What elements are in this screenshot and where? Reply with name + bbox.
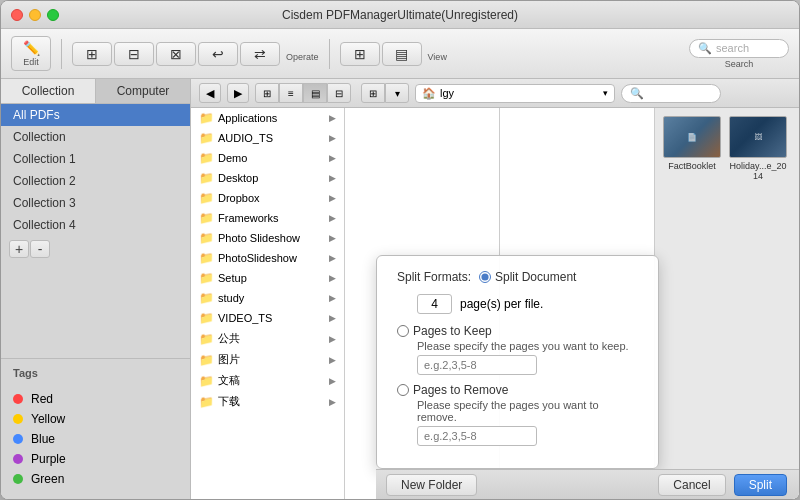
pages-to-remove-section: Pages to Remove Please specify the pages…: [397, 383, 638, 446]
split-dialog: Split Formats: Split Document page(s) pe…: [376, 255, 659, 469]
file-item[interactable]: 📁Desktop▶: [191, 168, 344, 188]
file-item[interactable]: 📁文稿▶: [191, 370, 344, 391]
file-item[interactable]: 📁Frameworks▶: [191, 208, 344, 228]
tag-yellow[interactable]: Yellow: [1, 409, 190, 429]
folder-icon: 📁: [199, 251, 214, 265]
file-item[interactable]: 📁图片▶: [191, 349, 344, 370]
tag-green[interactable]: Green: [1, 469, 190, 489]
path-dropdown-icon[interactable]: ▾: [603, 88, 608, 98]
sidebar-item-collection[interactable]: Collection: [1, 126, 190, 148]
split-button[interactable]: Split: [734, 474, 787, 496]
file-item[interactable]: 📁PhotoSlideshow▶: [191, 248, 344, 268]
thumbnail-fact[interactable]: 📄 FactBooklet: [663, 116, 721, 181]
sort-buttons: ⊞ ▾: [361, 83, 409, 103]
tab-computer[interactable]: Computer: [96, 79, 190, 103]
sort-desc-button[interactable]: ▾: [385, 83, 409, 103]
expand-arrow-icon: ▶: [329, 133, 336, 143]
file-nav: ◀ ▶ ⊞ ≡ ▤ ⊟ ⊞ ▾ 🏠 lgy ▾ 🔍: [191, 79, 799, 108]
operate-btn-3[interactable]: ⊠: [156, 42, 196, 66]
edit-icon: ✏️: [23, 40, 40, 56]
pages-to-keep-radio-label[interactable]: Pages to Keep: [397, 324, 638, 338]
sidebar-item-collection-4[interactable]: Collection 4: [1, 214, 190, 236]
forward-button[interactable]: ▶: [227, 83, 249, 103]
close-button[interactable]: [11, 9, 23, 21]
toolbar-separator-1: [61, 39, 62, 69]
tag-red[interactable]: Red: [1, 389, 190, 409]
folder-icon: 📁: [199, 151, 214, 165]
view-btn-grid[interactable]: ⊞: [340, 42, 380, 66]
pages-to-keep-input[interactable]: [417, 355, 537, 375]
tags-header: Tags: [1, 363, 190, 383]
operate-btn-1[interactable]: ⊞: [72, 42, 112, 66]
pages-to-remove-radio-label[interactable]: Pages to Remove: [397, 383, 638, 397]
tag-purple[interactable]: Purple: [1, 449, 190, 469]
path-bar[interactable]: 🏠 lgy ▾: [415, 84, 615, 103]
content-area: ◀ ▶ ⊞ ≡ ▤ ⊟ ⊞ ▾ 🏠 lgy ▾ 🔍: [191, 79, 799, 499]
operate-icon-3: ⊠: [170, 46, 182, 62]
back-button[interactable]: ◀: [199, 83, 221, 103]
sidebar-item-collection-1[interactable]: Collection 1: [1, 148, 190, 170]
expand-arrow-icon: ▶: [329, 233, 336, 243]
operate-btn-4[interactable]: ↩: [198, 42, 238, 66]
toolbar: ✏️ Edit ⊞ ⊟ ⊠ ↩ ⇄ Operate ⊞: [1, 29, 799, 79]
tag-dot-red: [13, 394, 23, 404]
file-item[interactable]: 📁Demo▶: [191, 148, 344, 168]
maximize-button[interactable]: [47, 9, 59, 21]
file-item[interactable]: 📁study▶: [191, 288, 344, 308]
tag-dot-yellow: [13, 414, 23, 424]
expand-arrow-icon: ▶: [329, 376, 336, 386]
sidebar: Collection Computer All PDFs Collection …: [1, 79, 191, 499]
pages-to-remove-input[interactable]: [417, 426, 537, 446]
search-box[interactable]: 🔍 search: [689, 39, 789, 58]
operate-btn-2[interactable]: ⊟: [114, 42, 154, 66]
traffic-lights: [11, 9, 59, 21]
pages-to-keep-section: Pages to Keep Please specify the pages y…: [397, 324, 638, 375]
add-collection-button[interactable]: +: [9, 240, 29, 258]
file-item[interactable]: 📁公共▶: [191, 328, 344, 349]
split-document-radio[interactable]: [479, 271, 491, 283]
cancel-button[interactable]: Cancel: [658, 474, 725, 496]
toolbar-view-group: ⊞ ▤ View: [340, 42, 447, 66]
file-item[interactable]: 📁AUDIO_TS▶: [191, 128, 344, 148]
remove-collection-button[interactable]: -: [30, 240, 50, 258]
tab-collection[interactable]: Collection: [1, 79, 96, 103]
file-item[interactable]: 📁Photo Slideshow▶: [191, 228, 344, 248]
operate-icon-2: ⊟: [128, 46, 140, 62]
pages-to-keep-radio[interactable]: [397, 325, 409, 337]
file-search-bar[interactable]: 🔍: [621, 84, 721, 103]
file-item[interactable]: 📁下载▶: [191, 391, 344, 412]
operate-btn-5[interactable]: ⇄: [240, 42, 280, 66]
expand-arrow-icon: ▶: [329, 213, 336, 223]
folder-icon: 📁: [199, 374, 214, 388]
tag-blue[interactable]: Blue: [1, 429, 190, 449]
titlebar: Cisdem PDFManagerUltimate(Unregistered): [1, 1, 799, 29]
sidebar-item-collection-3[interactable]: Collection 3: [1, 192, 190, 214]
minimize-button[interactable]: [29, 9, 41, 21]
file-item[interactable]: 📁Applications▶: [191, 108, 344, 128]
file-item[interactable]: 📁VIDEO_TS▶: [191, 308, 344, 328]
folder-icon: 📁: [199, 353, 214, 367]
tags-section: Red Yellow Blue Purple: [1, 383, 190, 495]
column-view-button[interactable]: ▤: [303, 83, 327, 103]
expand-arrow-icon: ▶: [329, 193, 336, 203]
view-mode-buttons: ⊞ ≡ ▤ ⊟: [255, 83, 351, 103]
flow-view-button[interactable]: ⊟: [327, 83, 351, 103]
sidebar-item-all-pdfs[interactable]: All PDFs: [1, 104, 190, 126]
view-btn-list[interactable]: ▤: [382, 42, 422, 66]
icon-view-button[interactable]: ⊞: [255, 83, 279, 103]
split-document-radio-label[interactable]: Split Document: [479, 270, 576, 284]
folder-icon: 📁: [199, 271, 214, 285]
edit-button[interactable]: ✏️ Edit: [11, 36, 51, 71]
list-view-button[interactable]: ≡: [279, 83, 303, 103]
new-folder-button[interactable]: New Folder: [386, 474, 477, 496]
file-item[interactable]: 📁Dropbox▶: [191, 188, 344, 208]
sidebar-item-collection-2[interactable]: Collection 2: [1, 170, 190, 192]
add-remove-buttons: + -: [1, 236, 190, 262]
grid-icon: ⊞: [354, 46, 366, 62]
sort-button[interactable]: ⊞: [361, 83, 385, 103]
pages-to-remove-radio[interactable]: [397, 384, 409, 396]
pages-per-file-input[interactable]: [417, 294, 452, 314]
file-item[interactable]: 📁Setup▶: [191, 268, 344, 288]
expand-arrow-icon: ▶: [329, 113, 336, 123]
thumbnail-holiday[interactable]: 🖼 Holiday...e_2014: [729, 116, 787, 181]
